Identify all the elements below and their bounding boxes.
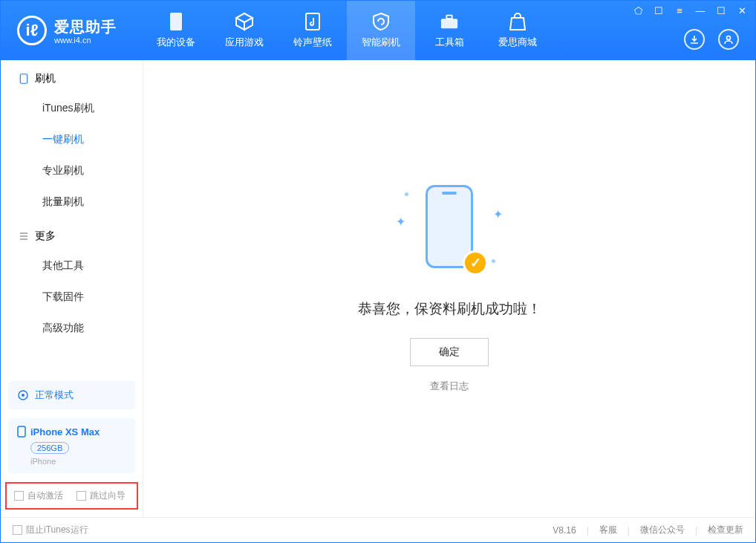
main-tabs: 我的设备 应用游戏 铃声壁纸 智能刷机 工具箱 爱思商城	[142, 1, 552, 60]
phone-icon	[19, 74, 29, 84]
main-content: ✓ ✦ ✦ 恭喜您，保资料刷机成功啦！ 确定 查看日志	[143, 60, 755, 517]
checkbox-auto-activate[interactable]: 自动激活	[14, 490, 63, 502]
sidebar: 刷机 iTunes刷机 一键刷机 专业刷机 批量刷机 更多 其他工具 下载固件 …	[1, 60, 143, 517]
user-icon[interactable]	[718, 29, 739, 50]
version-label: V8.16	[553, 525, 576, 536]
skin-icon[interactable]: ⬠	[632, 5, 644, 16]
checkbox-icon	[14, 491, 24, 501]
list-icon	[19, 231, 29, 241]
download-icon[interactable]	[684, 29, 705, 50]
cube-icon	[235, 12, 254, 31]
sidebar-item-batch-flash[interactable]: 批量刷机	[1, 186, 143, 218]
svg-point-4	[727, 36, 731, 40]
svg-point-7	[22, 394, 25, 397]
tab-toolbox[interactable]: 工具箱	[415, 1, 483, 60]
window-controls: ⬠ ☐ ≡ ― ☐ ✕	[632, 5, 748, 16]
titlebar-right-icons	[684, 29, 739, 50]
sparkle-icon: ✦	[493, 207, 503, 221]
checkbox-label: 自动激活	[27, 490, 63, 502]
sidebar-section-label: 更多	[35, 230, 56, 243]
app-site: www.i4.cn	[54, 36, 117, 45]
tab-my-device[interactable]: 我的设备	[142, 1, 210, 60]
sidebar-item-other-tools[interactable]: 其他工具	[1, 250, 143, 282]
tab-smart-flash[interactable]: 智能刷机	[347, 1, 415, 60]
mode-label: 正常模式	[35, 388, 74, 402]
minimize-button[interactable]: ―	[694, 5, 706, 16]
checkbox-label: 跳过向导	[90, 490, 126, 502]
svg-rect-8	[18, 426, 25, 437]
logo-text: 爱思助手 www.i4.cn	[54, 17, 117, 45]
tab-store[interactable]: 爱思商城	[483, 1, 552, 60]
tab-ringtone-wallpaper[interactable]: 铃声壁纸	[278, 1, 347, 60]
device-name: iPhone XS Max	[30, 426, 100, 438]
sidebar-section-label: 刷机	[35, 72, 56, 85]
logo-area: iℓ 爱思助手 www.i4.cn	[1, 1, 142, 60]
tab-label: 爱思商城	[498, 36, 537, 49]
check-update-link[interactable]: 检查更新	[708, 524, 743, 536]
svg-rect-5	[20, 74, 27, 83]
checkbox-block-itunes[interactable]: 阻止iTunes运行	[13, 524, 88, 536]
svg-rect-0	[170, 13, 182, 30]
sparkle-icon: ✦	[396, 215, 405, 229]
ok-button[interactable]: 确定	[410, 338, 489, 366]
mode-icon	[17, 389, 29, 401]
tab-apps-games[interactable]: 应用游戏	[210, 1, 278, 60]
toolbox-icon	[440, 12, 459, 31]
tab-label: 我的设备	[157, 36, 195, 49]
activation-options-highlight: 自动激活 跳过向导	[5, 482, 138, 510]
close-button[interactable]: ✕	[736, 5, 748, 16]
tab-label: 智能刷机	[362, 36, 400, 49]
statusbar: 阻止iTunes运行 V8.16 | 客服 | 微信公众号 | 检查更新	[1, 517, 755, 542]
checkbox-skip-guide[interactable]: 跳过向导	[76, 490, 126, 502]
sidebar-item-onekey-flash[interactable]: 一键刷机	[1, 124, 143, 155]
wechat-link[interactable]: 微信公众号	[640, 524, 685, 536]
logo-icon: iℓ	[17, 16, 47, 45]
tab-label: 工具箱	[435, 36, 464, 49]
app-title: 爱思助手	[54, 17, 117, 37]
sidebar-item-pro-flash[interactable]: 专业刷机	[1, 155, 143, 186]
check-badge-icon: ✓	[463, 250, 488, 276]
view-log-link[interactable]: 查看日志	[430, 380, 469, 393]
dot-icon	[492, 259, 495, 263]
customer-service-link[interactable]: 客服	[599, 524, 617, 536]
app-window: iℓ 爱思助手 www.i4.cn 我的设备 应用游戏 铃声壁纸 智能刷机	[0, 0, 756, 543]
tab-label: 应用游戏	[225, 36, 264, 49]
sidebar-item-advanced[interactable]: 高级功能	[1, 313, 143, 344]
device-icon	[166, 12, 186, 31]
svg-rect-2	[441, 19, 457, 28]
statusbar-left: 阻止iTunes运行	[13, 524, 88, 536]
svg-rect-3	[446, 16, 452, 19]
sidebar-item-download-firmware[interactable]: 下载固件	[1, 282, 143, 313]
body: 刷机 iTunes刷机 一键刷机 专业刷机 批量刷机 更多 其他工具 下载固件 …	[1, 60, 755, 517]
dot-icon	[405, 192, 408, 196]
success-message: 恭喜您，保资料刷机成功啦！	[358, 299, 541, 319]
device-storage: 256GB	[30, 442, 69, 454]
checkbox-icon	[13, 525, 22, 535]
device-info-box[interactable]: iPhone XS Max 256GB iPhone	[8, 418, 135, 473]
bag-icon	[508, 12, 527, 31]
feedback-icon[interactable]: ☐	[653, 5, 665, 16]
shield-refresh-icon	[371, 12, 391, 31]
checkbox-label: 阻止iTunes运行	[26, 524, 88, 536]
sidebar-item-itunes-flash[interactable]: iTunes刷机	[1, 93, 143, 124]
checkbox-icon	[76, 491, 86, 501]
success-illustration: ✓ ✦ ✦	[390, 185, 509, 282]
statusbar-right: V8.16 | 客服 | 微信公众号 | 检查更新	[553, 524, 743, 536]
device-mode-box[interactable]: 正常模式	[8, 381, 135, 409]
maximize-button[interactable]: ☐	[715, 5, 727, 16]
music-file-icon	[303, 12, 322, 31]
device-phone-icon	[17, 426, 26, 438]
device-type: iPhone	[30, 457, 126, 466]
sidebar-section-more: 更多	[1, 218, 143, 250]
sidebar-section-flash: 刷机	[1, 60, 143, 93]
titlebar: iℓ 爱思助手 www.i4.cn 我的设备 应用游戏 铃声壁纸 智能刷机	[1, 1, 755, 60]
tab-label: 铃声壁纸	[293, 36, 332, 49]
device-name-row: iPhone XS Max	[17, 426, 126, 438]
menu-icon[interactable]: ≡	[674, 5, 685, 16]
